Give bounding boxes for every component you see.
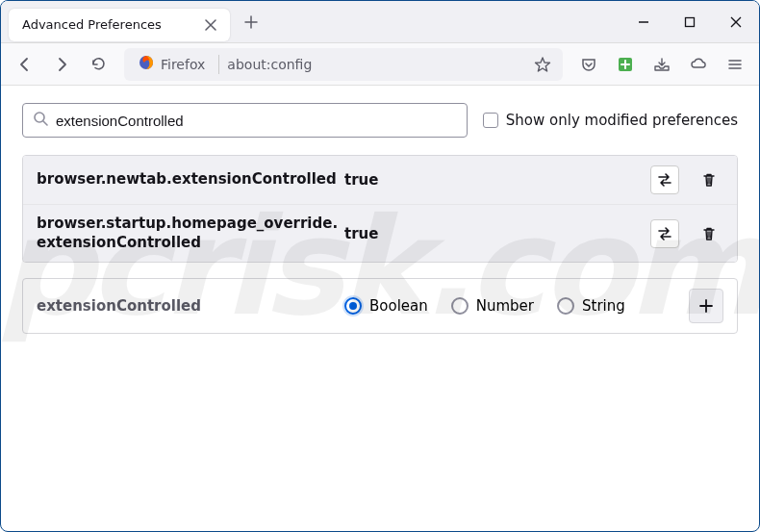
- identity-box[interactable]: Firefox: [130, 52, 213, 77]
- radio-string[interactable]: String: [557, 297, 625, 315]
- identity-label: Firefox: [161, 57, 205, 72]
- search-input[interactable]: [56, 113, 457, 129]
- hamburger-menu-icon[interactable]: [719, 48, 751, 81]
- pref-actions: [650, 219, 723, 248]
- new-pref-name: extensionControlled: [37, 297, 344, 315]
- about-config-content: Show only modified preferences browser.n…: [1, 86, 759, 351]
- tab-title: Advanced Preferences: [22, 17, 201, 32]
- pref-actions: [650, 165, 723, 194]
- new-pref-types: Boolean Number String: [344, 297, 689, 315]
- delete-button[interactable]: [695, 165, 723, 194]
- browser-tab[interactable]: Advanced Preferences: [9, 9, 230, 41]
- radio-label: Boolean: [369, 297, 428, 315]
- forward-button[interactable]: [45, 48, 78, 81]
- radio-label: Number: [476, 297, 534, 315]
- inbox-icon[interactable]: [646, 48, 678, 81]
- delete-button[interactable]: [695, 219, 723, 248]
- svg-rect-0: [686, 17, 695, 26]
- bookmark-star-icon[interactable]: [528, 50, 557, 79]
- pref-row[interactable]: browser.startup.homepage_override.extens…: [23, 205, 737, 262]
- toggle-button[interactable]: [650, 219, 679, 248]
- search-icon: [33, 111, 48, 130]
- minimize-button[interactable]: [621, 1, 667, 43]
- url-text: about:config: [227, 57, 528, 72]
- pref-value: true: [344, 225, 650, 242]
- radio-icon: [451, 297, 469, 315]
- firefox-logo-icon: [138, 54, 155, 75]
- navigation-toolbar: Firefox about:config: [1, 43, 759, 86]
- search-row: Show only modified preferences: [22, 103, 738, 138]
- new-tab-button[interactable]: [236, 7, 266, 38]
- pocket-icon[interactable]: [572, 48, 605, 81]
- url-bar[interactable]: Firefox about:config: [124, 48, 563, 81]
- radio-number[interactable]: Number: [451, 297, 534, 315]
- radio-label: String: [582, 297, 625, 315]
- extension-icon[interactable]: [609, 48, 642, 81]
- add-pref-button[interactable]: [689, 289, 723, 323]
- titlebar: Advanced Preferences: [1, 1, 759, 43]
- radio-boolean[interactable]: Boolean: [344, 297, 428, 315]
- window-controls: [621, 1, 759, 43]
- close-tab-icon[interactable]: [201, 15, 220, 35]
- close-window-button[interactable]: [713, 1, 759, 43]
- pref-name: browser.newtab.extensionControlled: [37, 170, 344, 190]
- show-modified-only-label: Show only modified preferences: [506, 112, 738, 129]
- radio-icon: [557, 297, 574, 315]
- checkbox-icon: [483, 113, 498, 128]
- pref-value: true: [344, 171, 650, 189]
- radio-icon: [344, 297, 362, 315]
- show-modified-only-checkbox[interactable]: Show only modified preferences: [483, 112, 738, 129]
- pref-name: browser.startup.homepage_override.extens…: [37, 215, 344, 252]
- toggle-button[interactable]: [650, 165, 679, 194]
- reload-button[interactable]: [82, 48, 114, 81]
- identity-separator: [218, 55, 219, 74]
- back-button[interactable]: [9, 48, 41, 81]
- pref-row[interactable]: browser.newtab.extensionControlled true: [23, 156, 737, 205]
- maximize-button[interactable]: [667, 1, 713, 43]
- prefs-list: browser.newtab.extensionControlled true …: [22, 155, 738, 263]
- new-pref-row: extensionControlled Boolean Number Strin…: [22, 278, 738, 334]
- search-box[interactable]: [22, 103, 468, 138]
- cloud-icon[interactable]: [682, 48, 715, 81]
